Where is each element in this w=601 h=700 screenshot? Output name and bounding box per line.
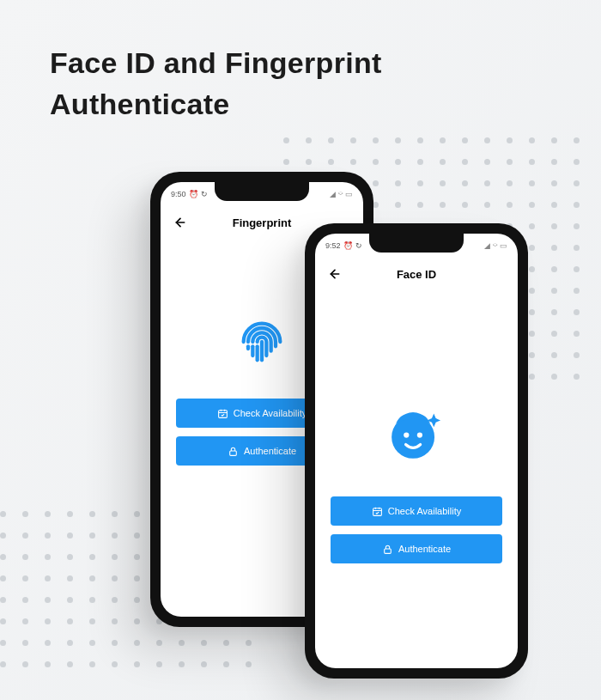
back-button[interactable] (171, 213, 190, 232)
svg-rect-1 (218, 410, 227, 417)
calendar-check-icon (217, 408, 228, 419)
button-label: Authenticate (244, 446, 296, 456)
phone-notch (369, 234, 464, 253)
screen-title: Fingerprint (233, 216, 292, 229)
phone-mockup-faceid: 9:52 ⏰ ↻ ◢ ⌔ ▭ Face ID (305, 223, 528, 679)
svg-point-6 (417, 432, 422, 437)
lock-icon (382, 544, 393, 555)
authenticate-button[interactable]: Authenticate (331, 534, 502, 563)
alarm-icon: ⏰ (189, 190, 198, 198)
calendar-check-icon (372, 506, 383, 517)
arrow-left-icon (328, 267, 342, 281)
headline-line1: Face ID and Fingerprint (50, 46, 382, 79)
fingerprint-icon (234, 314, 289, 373)
button-label: Check Availability (234, 408, 307, 418)
signal-icon: ◢ (330, 190, 336, 198)
button-label: Authenticate (398, 544, 451, 554)
back-button[interactable] (325, 265, 344, 283)
check-availability-button[interactable]: Check Availability (331, 496, 502, 526)
app-bar: Face ID (315, 259, 518, 289)
signal-icon: ◢ (484, 241, 490, 250)
sync-icon: ↻ (355, 241, 362, 250)
phone-notch (215, 182, 309, 201)
headline-line2: Authenticate (50, 88, 230, 120)
status-time: 9:52 (325, 241, 341, 250)
wifi-icon: ⌔ (493, 241, 497, 250)
battery-icon: ▭ (345, 190, 353, 198)
alarm-icon: ⏰ (343, 241, 353, 250)
sync-icon: ↻ (201, 190, 208, 198)
lock-icon (228, 446, 239, 457)
svg-rect-7 (373, 508, 381, 515)
screen-title: Face ID (397, 268, 436, 281)
arrow-left-icon (173, 216, 187, 229)
page-title: Face ID and Fingerprint Authenticate (50, 43, 382, 125)
svg-point-5 (404, 432, 409, 437)
face-icon (383, 400, 450, 471)
battery-icon: ▭ (500, 241, 507, 250)
svg-rect-2 (230, 450, 237, 454)
svg-rect-8 (385, 548, 392, 552)
button-label: Check Availability (388, 506, 461, 516)
wifi-icon: ⌔ (338, 190, 343, 198)
status-time: 9:50 (171, 190, 186, 198)
